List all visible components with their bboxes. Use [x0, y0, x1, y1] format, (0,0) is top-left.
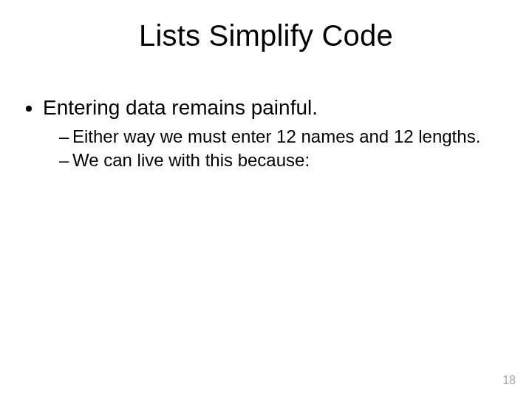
bullet-text: Entering data remains painful.	[43, 96, 318, 119]
page-number: 18	[502, 374, 516, 387]
list-item: We can live with this because:	[59, 149, 510, 172]
list-item: Entering data remains painful. Either wa…	[43, 95, 510, 173]
slide: Lists Simplify Code Entering data remain…	[0, 0, 532, 399]
list-item: Either way we must enter 12 names and 12…	[59, 125, 510, 149]
slide-body: Entering data remains painful. Either wa…	[22, 95, 510, 177]
bullet-text: Either way we must enter 12 names and 12…	[72, 126, 480, 146]
bullet-list-level1: Entering data remains painful. Either wa…	[22, 95, 510, 173]
bullet-text: We can live with this because:	[72, 150, 310, 170]
slide-title: Lists Simplify Code	[0, 19, 532, 52]
bullet-list-level2: Either way we must enter 12 names and 12…	[43, 125, 510, 173]
